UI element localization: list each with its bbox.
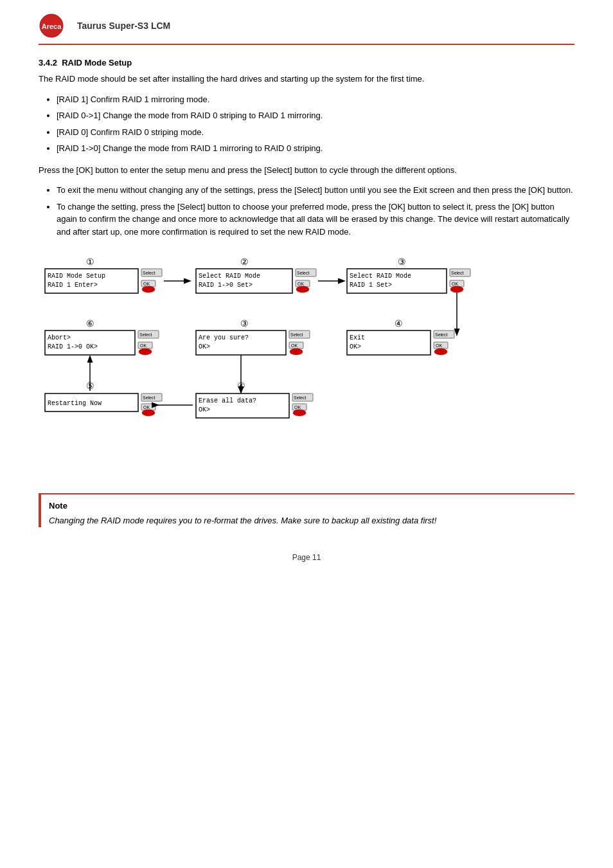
svg-text:OK>: OK> bbox=[350, 343, 361, 350]
svg-text:OK: OK bbox=[291, 343, 298, 348]
svg-text:①: ① bbox=[86, 257, 94, 267]
svg-point-59 bbox=[139, 348, 152, 355]
bullet-list-2: To exit the menu without changing any of… bbox=[57, 184, 574, 238]
svg-text:Abort>: Abort> bbox=[48, 334, 71, 341]
svg-text:OK>: OK> bbox=[199, 343, 210, 350]
note-text: Changing the RAID mode requires you to r… bbox=[49, 514, 574, 527]
svg-text:RAID 1       Set>: RAID 1 Set> bbox=[350, 282, 392, 289]
svg-text:Areca: Areca bbox=[42, 23, 62, 30]
svg-text:RAID 1    Enter>: RAID 1 Enter> bbox=[48, 282, 98, 289]
page: Areca Taurus Super-S3 LCM 3.4.2 RAID Mod… bbox=[0, 0, 613, 868]
svg-text:Select: Select bbox=[143, 395, 155, 400]
svg-text:③: ③ bbox=[398, 257, 406, 267]
page-number: Page 11 bbox=[292, 553, 321, 562]
svg-text:RAID Mode Setup: RAID Mode Setup bbox=[48, 273, 105, 280]
svg-point-78 bbox=[293, 410, 306, 416]
flow-diagram: ① RAID Mode Setup RAID 1 Enter> Select O… bbox=[39, 251, 565, 476]
list-item: [RAID 0] Confirm RAID 0 striping mode. bbox=[57, 126, 574, 139]
svg-point-49 bbox=[290, 348, 303, 355]
svg-text:Are you sure?: Are you sure? bbox=[199, 334, 249, 341]
svg-text:④: ④ bbox=[395, 318, 403, 329]
svg-point-20 bbox=[296, 286, 309, 293]
svg-text:RAID 1->0  OK>: RAID 1->0 OK> bbox=[48, 343, 98, 350]
note-title: Note bbox=[49, 501, 574, 511]
svg-text:Select: Select bbox=[143, 271, 155, 275]
list-item: [RAID 0->1] Change the mode from RAID 0 … bbox=[57, 109, 574, 122]
svg-text:OK: OK bbox=[452, 282, 458, 286]
svg-text:OK: OK bbox=[143, 405, 150, 410]
note-box: Note Changing the RAID mode requires you… bbox=[39, 493, 574, 527]
svg-text:Select RAID Mode: Select RAID Mode bbox=[350, 273, 411, 280]
svg-point-40 bbox=[434, 348, 447, 355]
svg-point-30 bbox=[450, 286, 463, 293]
svg-text:RAID 1->0   Set>: RAID 1->0 Set> bbox=[199, 282, 253, 289]
list-item: [RAID 1->0] Change the mode from RAID 1 … bbox=[57, 142, 574, 155]
svg-text:OK>: OK> bbox=[199, 406, 210, 413]
page-header: Areca Taurus Super-S3 LCM bbox=[39, 13, 574, 45]
svg-text:②: ② bbox=[240, 257, 249, 267]
svg-text:OK: OK bbox=[436, 343, 442, 348]
list-item: [RAID 1] Confirm RAID 1 mirroring mode. bbox=[57, 93, 574, 106]
page-footer: Page 11 bbox=[39, 553, 574, 562]
header-title: Taurus Super-S3 LCM bbox=[77, 21, 170, 31]
svg-text:Restarting Now: Restarting Now bbox=[48, 400, 102, 407]
svg-point-10 bbox=[142, 286, 155, 293]
instructions-text: Press the [OK] button to enter the setup… bbox=[39, 164, 574, 177]
svg-text:⑥: ⑥ bbox=[86, 318, 94, 329]
svg-text:Select: Select bbox=[139, 332, 152, 337]
areca-logo-icon: Areca bbox=[39, 13, 64, 39]
svg-text:⑤: ⑤ bbox=[86, 381, 94, 391]
svg-text:④: ④ bbox=[237, 381, 245, 391]
svg-text:Select: Select bbox=[451, 271, 464, 275]
svg-text:③: ③ bbox=[240, 318, 249, 329]
svg-text:Exit: Exit bbox=[350, 334, 365, 341]
svg-text:Select: Select bbox=[297, 271, 310, 275]
svg-text:OK: OK bbox=[294, 405, 301, 410]
svg-text:OK: OK bbox=[140, 343, 147, 348]
logo-area: Areca Taurus Super-S3 LCM bbox=[39, 13, 170, 39]
svg-text:OK: OK bbox=[143, 282, 150, 286]
diagram-area: ① RAID Mode Setup RAID 1 Enter> Select O… bbox=[39, 251, 574, 478]
svg-text:Select: Select bbox=[294, 395, 306, 400]
svg-text:Select RAID Mode: Select RAID Mode bbox=[199, 273, 260, 280]
svg-point-68 bbox=[142, 410, 155, 416]
list-item: To change the setting, press the [Select… bbox=[57, 201, 574, 239]
bullet-list-1: [RAID 1] Confirm RAID 1 mirroring mode. … bbox=[57, 93, 574, 155]
list-item: To exit the menu without changing any of… bbox=[57, 184, 574, 197]
section-intro: The RAID mode should be set after instal… bbox=[39, 73, 574, 86]
svg-text:Select: Select bbox=[290, 332, 303, 337]
svg-text:Select: Select bbox=[435, 332, 448, 337]
svg-text:Erase all data?: Erase all data? bbox=[199, 397, 256, 404]
svg-text:OK: OK bbox=[298, 282, 304, 286]
section-heading: 3.4.2 RAID Mode Setup bbox=[39, 58, 574, 68]
